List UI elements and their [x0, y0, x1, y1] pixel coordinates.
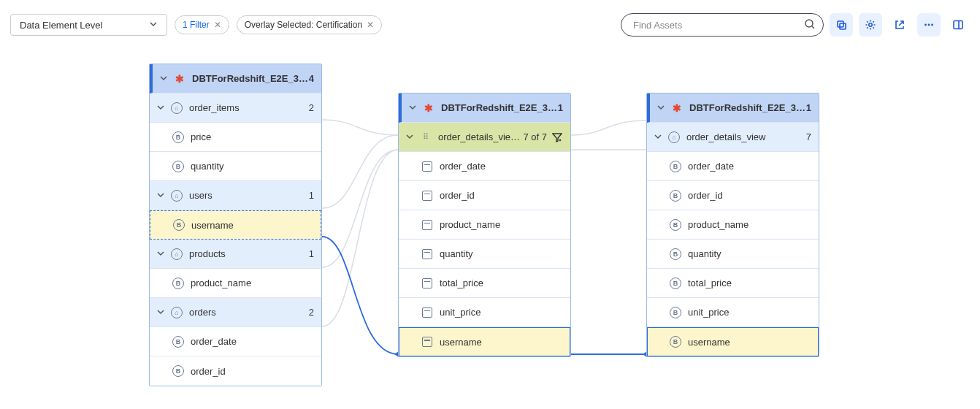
chevron-down-icon — [157, 102, 167, 113]
column-row-selected[interactable]: username — [647, 327, 819, 356]
node-count: 1 — [558, 102, 563, 113]
column-name: total_price — [440, 278, 563, 288]
column-row-selected[interactable]: username — [399, 327, 570, 356]
overlay-chip[interactable]: Overlay Selected: Certification ✕ — [237, 15, 382, 34]
column-name: unit_price — [440, 307, 563, 318]
table-icon: ⌂ — [170, 189, 183, 202]
column-row[interactable]: unit_price — [399, 298, 570, 327]
lineage-node[interactable]: ✱ DBTForRedshift_E2E_3058 1 ⌂ order_deta… — [646, 93, 819, 357]
calculator-icon — [421, 218, 434, 232]
svg-rect-2 — [840, 23, 846, 29]
column-row[interactable]: order_date — [647, 152, 819, 181]
table-name: order_items — [189, 102, 309, 113]
gear-icon-button[interactable] — [859, 13, 882, 37]
more-icon-button[interactable] — [917, 13, 941, 37]
lineage-node[interactable]: ✱ DBTForRedshift_E2E_3058 4 ⌂ order_item… — [149, 64, 322, 386]
panel-icon-button[interactable] — [946, 13, 970, 37]
column-icon — [172, 218, 185, 232]
svg-point-6 — [931, 24, 933, 26]
chevron-down-icon — [157, 307, 167, 318]
column-icon — [669, 160, 682, 173]
level-select[interactable]: Data Element Level — [10, 14, 167, 36]
search-input[interactable] — [632, 19, 804, 31]
column-name: total_price — [688, 278, 811, 288]
table-name: orders — [189, 307, 309, 318]
column-icon — [669, 189, 682, 202]
column-name: order_date — [191, 336, 314, 347]
view-count: 7 — [806, 131, 811, 142]
table-group[interactable]: ⌂ orders 2 — [150, 298, 321, 327]
table-count: 2 — [309, 307, 314, 318]
calculator-icon — [421, 248, 434, 261]
calculator-icon — [421, 277, 434, 290]
chevron-down-icon — [406, 131, 416, 142]
filter-chip[interactable]: 1 Filter ✕ — [175, 15, 229, 34]
database-icon: ✱ — [670, 102, 684, 115]
chevron-down-icon — [160, 73, 170, 84]
filter-icon[interactable] — [551, 131, 563, 143]
column-row[interactable]: product_name — [150, 269, 321, 298]
chevron-down-icon — [157, 190, 167, 201]
copy-icon-button[interactable] — [830, 13, 853, 37]
column-icon — [172, 364, 185, 378]
table-group[interactable]: ⌂ order_items 2 — [150, 93, 321, 123]
database-icon: ✱ — [173, 72, 186, 85]
svg-rect-1 — [838, 21, 843, 27]
node-header[interactable]: ✱ DBTForRedshift_E2E_3058 1 — [647, 93, 819, 123]
column-icon — [172, 277, 185, 290]
view-group[interactable]: ⌂ order_details_view 7 — [647, 123, 819, 152]
column-row[interactable]: quantity — [399, 240, 570, 269]
column-row[interactable]: unit_price — [647, 298, 819, 327]
close-icon[interactable]: ✕ — [214, 20, 221, 29]
column-row[interactable]: product_name — [399, 210, 570, 240]
column-icon — [172, 160, 185, 173]
node-count: 4 — [309, 73, 314, 84]
chevron-down-icon — [654, 131, 665, 142]
search-box[interactable] — [621, 13, 824, 37]
table-count: 2 — [309, 102, 314, 113]
database-icon: ✱ — [422, 102, 435, 115]
column-icon — [669, 335, 682, 348]
node-title: DBTForRedshift_E2E_3058 — [441, 102, 558, 113]
column-row-selected[interactable]: username — [150, 210, 321, 240]
column-row[interactable]: total_price — [647, 269, 819, 298]
column-row[interactable]: order_id — [399, 181, 570, 210]
column-name: price — [191, 131, 314, 142]
open-external-icon-button[interactable] — [888, 13, 911, 37]
column-name: quantity — [688, 248, 811, 259]
close-icon[interactable]: ✕ — [367, 20, 374, 29]
calculator-icon — [421, 306, 434, 319]
column-name: order_id — [191, 366, 314, 377]
column-row[interactable]: product_name — [647, 210, 819, 240]
column-row[interactable]: order_id — [647, 181, 819, 210]
node-header[interactable]: ✱ DBTForRedshift_E2E_3058 4 — [150, 64, 321, 93]
column-row[interactable]: order_date — [150, 327, 321, 356]
table-group[interactable]: ⌂ users 1 — [150, 181, 321, 210]
svg-point-4 — [925, 24, 927, 26]
node-header[interactable]: ✱ DBTForRedshift_E2E_3058 1 — [399, 93, 570, 123]
column-row[interactable]: order_date — [399, 152, 570, 181]
calculator-icon — [421, 160, 434, 173]
table-group[interactable]: ⌂ products 1 — [150, 240, 321, 269]
drag-handle-icon: ⠿ — [419, 131, 432, 144]
column-name: username — [440, 337, 563, 348]
lineage-node[interactable]: ✱ DBTForRedshift_E2E_3058 1 ⠿ order_deta… — [398, 93, 571, 357]
column-name: order_date — [440, 161, 563, 172]
column-row[interactable]: order_id — [150, 356, 321, 386]
table-icon: ⌂ — [667, 131, 681, 144]
calculator-icon — [421, 335, 434, 348]
node-count: 1 — [806, 102, 811, 113]
column-name: order_date — [688, 161, 811, 172]
column-row[interactable]: total_price — [399, 269, 570, 298]
column-row[interactable]: quantity — [647, 240, 819, 269]
column-name: order_id — [688, 190, 811, 201]
node-title: DBTForRedshift_E2E_3058 — [689, 102, 806, 113]
column-name: username — [688, 337, 811, 348]
level-select-label: Data Element Level — [20, 20, 102, 31]
column-name: product_name — [191, 278, 314, 288]
column-row[interactable]: quantity — [150, 152, 321, 181]
column-name: unit_price — [688, 307, 811, 318]
column-icon — [172, 335, 185, 348]
view-group[interactable]: ⠿ order_details_view … 7 of 7 — [399, 123, 570, 152]
column-row[interactable]: price — [150, 123, 321, 152]
